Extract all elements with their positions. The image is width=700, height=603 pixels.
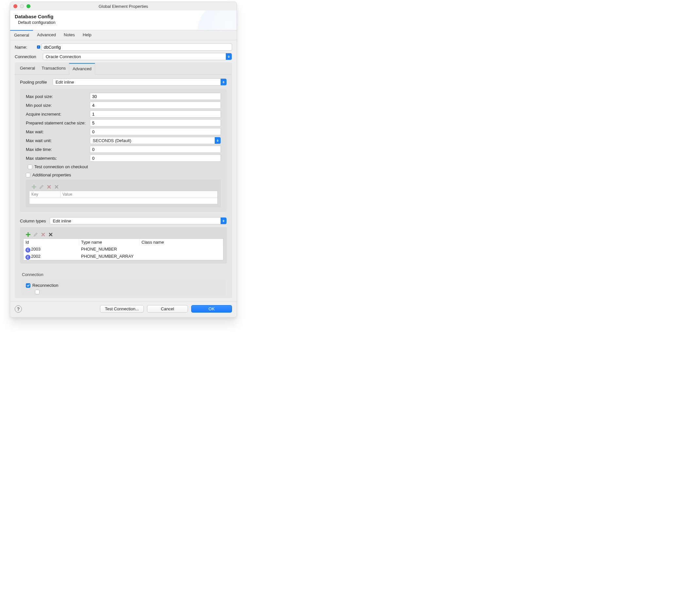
col-header-class: Class name [140,239,223,246]
reconnection-box: Reconnection [21,280,225,296]
minimize-icon [20,4,24,8]
add-icon[interactable] [25,232,31,237]
col-header-type: Type name [79,239,140,246]
max-statements-label: Max statements: [26,156,90,161]
additional-properties-checkbox[interactable] [26,173,30,177]
max-wait-unit-label: Max wait unit: [26,138,90,143]
pooling-box: Max pool size: Min pool size: Acquire in… [20,89,227,212]
settings-icon[interactable] [48,232,53,237]
zoom-icon[interactable] [26,4,30,8]
connection-value: Oracle Connection [46,54,81,59]
page-title: Database Config [15,14,232,19]
window-title: Global Element Properties [10,4,236,9]
min-pool-size-label: Min pool size: [26,103,90,108]
delete-icon [40,232,46,237]
cell-id: 2002 [31,254,41,259]
additional-properties-box: Key Value [26,179,221,207]
max-wait-unit-select[interactable]: SECONDS (Default) [90,137,221,144]
dialog-window: Global Element Properties Database Confi… [10,2,237,317]
subtab-advanced[interactable]: Advanced [69,63,95,75]
max-pool-size-label: Max pool size: [26,94,90,99]
test-connection-button[interactable]: Test Connection... [100,305,144,313]
additional-properties-label: Additional properties [32,173,71,177]
column-types-label: Column types [20,218,46,224]
pooling-profile-value: Edit inline [55,80,74,85]
tab-help[interactable]: Help [79,30,95,40]
titlebar: Global Element Properties [10,2,236,10]
ps-cache-size-input[interactable] [90,119,221,126]
edit-icon [33,232,38,237]
info-icon: i [37,45,40,49]
close-icon[interactable] [14,4,17,8]
column-types-value: Edit inline [53,218,71,224]
cell-class [140,246,223,253]
svg-point-0 [56,186,57,187]
cell-class [140,253,223,260]
edit-icon [39,184,44,189]
table-row[interactable]: C2003 PHONE_NUMBER [24,246,223,253]
kv-body[interactable] [29,198,218,204]
acquire-increment-input[interactable] [90,110,221,117]
chevron-updown-icon [221,217,226,224]
column-types-table: Id Type name Class name C2003 PHONE_NUMB… [23,238,224,260]
header-decoration [197,10,236,30]
chevron-updown-icon [221,79,226,85]
truncated-checkbox [35,290,40,294]
connection-panel: General Transactions Advanced Pooling pr… [15,62,232,298]
max-wait-label: Max wait: [26,129,90,134]
item-icon: C [25,247,30,253]
name-label: Name: [15,45,37,50]
subtab-general[interactable]: General [17,63,38,74]
tab-notes[interactable]: Notes [60,30,79,40]
item-icon: C [25,255,30,260]
max-idle-input[interactable] [90,146,221,153]
max-statements-input[interactable] [90,155,221,162]
column-types-select[interactable]: Edit inline [50,217,227,225]
ok-button[interactable]: OK [191,305,232,313]
pooling-profile-select[interactable]: Edit inline [53,78,227,85]
column-types-box: Id Type name Class name C2003 PHONE_NUMB… [20,227,227,264]
table-row[interactable]: C2002 PHONE_NUMBER_ARRAY [24,253,223,260]
connection-label: Connection [15,54,43,59]
reconnection-checkbox[interactable] [26,283,30,288]
connection-tabs: General Transactions Advanced [15,62,232,75]
tab-advanced[interactable]: Advanced [33,30,60,40]
test-on-checkout-checkbox[interactable] [28,165,32,169]
min-pool-size-input[interactable] [90,102,221,109]
max-wait-unit-value: SECONDS (Default) [93,138,131,143]
help-icon[interactable]: ? [15,306,22,313]
main-tabs: General Advanced Notes Help [10,30,236,40]
tab-general[interactable]: General [10,30,33,40]
footer: ? Test Connection... Cancel OK [10,302,236,317]
truncated-content [26,290,221,295]
settings-icon [54,184,59,189]
col-header-id: Id [24,239,79,246]
cell-type: PHONE_NUMBER_ARRAY [79,253,140,260]
max-idle-label: Max idle time: [26,147,90,152]
ps-cache-size-label: Prepared statement cache size: [26,121,90,126]
kv-header: Key Value [29,191,218,198]
max-wait-input[interactable] [90,128,221,135]
add-icon [31,184,36,189]
cell-type: PHONE_NUMBER [79,246,140,253]
header: Database Config Default configuration [10,10,236,30]
chevron-updown-icon [215,137,221,144]
max-pool-size-input[interactable] [90,93,221,100]
cancel-button[interactable]: Cancel [147,305,188,313]
reconnection-label: Reconnection [32,283,58,288]
svg-point-1 [50,234,51,235]
connection-section-title: Connection [22,272,227,277]
acquire-increment-label: Acquire increment: [26,112,90,116]
test-on-checkout-label: Test connection on checkout [34,164,88,169]
connection-select[interactable]: Oracle Connection [43,53,232,60]
chevron-updown-icon [226,53,232,60]
subtab-transactions[interactable]: Transactions [38,63,69,74]
kv-header-value: Value [60,191,74,198]
name-input[interactable] [42,44,232,51]
delete-icon [46,184,52,189]
kv-header-key: Key [29,191,60,198]
cell-id: 2003 [31,246,41,252]
pooling-profile-label: Pooling profile [20,80,49,85]
